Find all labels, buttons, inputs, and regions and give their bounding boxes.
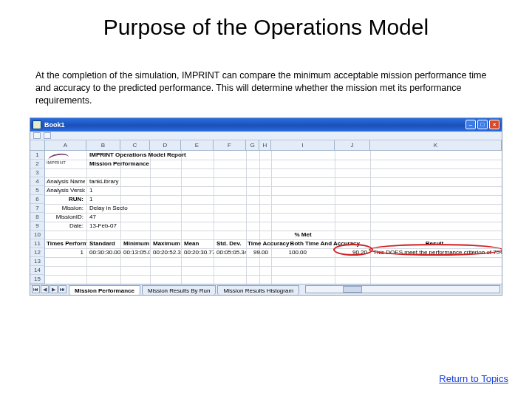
col-header[interactable]: D bbox=[150, 140, 181, 151]
window-title: Book1 bbox=[44, 121, 466, 129]
col-header[interactable]: C bbox=[120, 140, 150, 151]
tab-nav-next[interactable]: ▶ bbox=[50, 285, 58, 293]
hdr-both: Both Time And Accuracy bbox=[273, 239, 361, 248]
spreadsheet-grid: 1 2 3 4 5 6 7 8 9 10 11 12 13 14 15 A B … bbox=[30, 140, 502, 284]
tab-nav-first[interactable]: ⏮ bbox=[32, 285, 40, 293]
horizontal-scrollbar[interactable] bbox=[305, 285, 500, 293]
report-title: IMPRINT Operations Model Report bbox=[88, 151, 236, 160]
app-icon bbox=[33, 120, 41, 129]
row-header[interactable]: 10 bbox=[30, 231, 45, 239]
val-std-dev: 00:05:05.34 bbox=[215, 248, 246, 257]
col-header[interactable]: E bbox=[181, 140, 214, 151]
sheet-tab-mission-results-by-run[interactable]: Mission Results By Run bbox=[142, 285, 216, 295]
value-run: 1 bbox=[88, 195, 117, 204]
tab-nav-prev[interactable]: ◀ bbox=[41, 285, 49, 293]
label-mission: Mission: bbox=[45, 204, 85, 213]
label-run: RUN: bbox=[45, 195, 85, 204]
sheet-tab-mission-performance[interactable]: Mission Performance bbox=[69, 285, 140, 295]
value-analysis-name: tankLibrary bbox=[88, 177, 132, 186]
col-header[interactable]: J bbox=[335, 140, 370, 151]
toolbar-button[interactable] bbox=[44, 132, 51, 139]
scrollbar-thumb[interactable] bbox=[343, 286, 362, 293]
row-header[interactable]: 15 bbox=[30, 275, 45, 284]
return-to-topics-link[interactable]: Return to Topics bbox=[439, 373, 508, 384]
select-all-corner[interactable] bbox=[30, 140, 45, 151]
col-header[interactable]: F bbox=[214, 140, 246, 151]
label-date: Date: bbox=[45, 222, 85, 231]
val-maximum: 00:20:52.37 bbox=[151, 248, 181, 257]
row-header[interactable]: 11 bbox=[30, 239, 45, 248]
row-header[interactable]: 8 bbox=[30, 213, 45, 222]
label-analysis-name: Analysis Name: bbox=[45, 177, 85, 186]
row-header[interactable]: 13 bbox=[30, 257, 45, 266]
label-analysis-version: Analysis Version: bbox=[45, 186, 85, 195]
row-header[interactable]: 1 bbox=[30, 151, 45, 160]
col-header[interactable]: K bbox=[370, 140, 502, 151]
close-button[interactable]: × bbox=[489, 120, 499, 129]
row-header[interactable]: 5 bbox=[30, 186, 45, 195]
slide-body: At the completion of the simulation, IMP… bbox=[0, 40, 532, 117]
val-time-accuracy: 99.00 bbox=[246, 248, 270, 257]
value-mission-id: 47 bbox=[88, 213, 117, 222]
col-header[interactable]: A bbox=[45, 140, 86, 151]
val-result: This DOES meet the performance criterion… bbox=[372, 248, 502, 257]
logo-text: IMPRINT bbox=[47, 160, 66, 165]
toolbar-button[interactable] bbox=[33, 132, 41, 139]
hdr-maximum: Maximum bbox=[151, 239, 181, 248]
hdr-standard: Standard bbox=[88, 239, 120, 248]
row-header[interactable]: 7 bbox=[30, 204, 45, 213]
imprint-logo: IMPRINT bbox=[47, 152, 73, 167]
sheet-tabs-bar: ⏮ ◀ ▶ ⏭ Mission Performance Mission Resu… bbox=[30, 284, 502, 295]
spreadsheet-window: Book1 – □ × 1 2 3 4 5 6 7 8 9 10 11 12 1… bbox=[30, 117, 502, 296]
col-header[interactable]: H bbox=[259, 140, 271, 151]
row-header[interactable]: 4 bbox=[30, 177, 45, 186]
col-header[interactable]: B bbox=[86, 140, 120, 151]
row-headers: 1 2 3 4 5 6 7 8 9 10 11 12 13 14 15 bbox=[30, 140, 45, 284]
window-titlebar: Book1 – □ × bbox=[30, 118, 502, 132]
val-times-performed: 1 bbox=[45, 248, 85, 257]
val-minimum: 00:13:05.01 bbox=[122, 248, 150, 257]
cells-area[interactable]: IMPRINT IMPRINT Operations Model Report … bbox=[45, 151, 502, 284]
toolbar bbox=[30, 132, 502, 140]
label-pct-met: % Met bbox=[271, 231, 335, 239]
report-subtitle: Mission Performance bbox=[88, 160, 236, 168]
maximize-button[interactable]: □ bbox=[477, 120, 488, 129]
col-header[interactable]: I bbox=[271, 140, 335, 151]
row-header[interactable]: 6 bbox=[30, 195, 45, 204]
val-both-left: 100.00 bbox=[271, 248, 308, 257]
hdr-result: Result bbox=[372, 239, 497, 248]
val-mean: 00:20:30.77 bbox=[183, 248, 214, 257]
label-mission-id: MissionID: bbox=[45, 213, 85, 222]
sheet-tab-mission-results-histogram[interactable]: Mission Results Histogram bbox=[217, 285, 299, 295]
column-headers: A B C D E F G H I J K bbox=[45, 140, 502, 151]
row-header[interactable]: 2 bbox=[30, 160, 45, 168]
val-standard: 00:30:30.00 bbox=[88, 248, 120, 257]
value-date: 13-Feb-07 bbox=[88, 222, 132, 231]
value-mission: Delay in Secto bbox=[88, 204, 132, 213]
col-header[interactable]: G bbox=[246, 140, 259, 151]
hdr-std-dev: Std. Dev. bbox=[215, 239, 246, 248]
value-analysis-version: 1 bbox=[88, 186, 117, 195]
row-header[interactable]: 3 bbox=[30, 168, 45, 177]
hdr-mean: Mean bbox=[183, 239, 214, 248]
hdr-times-performed: Times Performed bbox=[45, 239, 86, 248]
row-header[interactable]: 9 bbox=[30, 222, 45, 231]
val-both-right: 90.20 bbox=[335, 248, 369, 257]
row-header[interactable]: 14 bbox=[30, 266, 45, 275]
hdr-minimum: Minimum bbox=[122, 239, 150, 248]
row-header[interactable]: 12 bbox=[30, 248, 45, 257]
minimize-button[interactable]: – bbox=[466, 120, 476, 129]
tab-nav-last[interactable]: ⏭ bbox=[58, 285, 66, 293]
slide-title: Purpose of the Operations Model bbox=[0, 0, 532, 40]
